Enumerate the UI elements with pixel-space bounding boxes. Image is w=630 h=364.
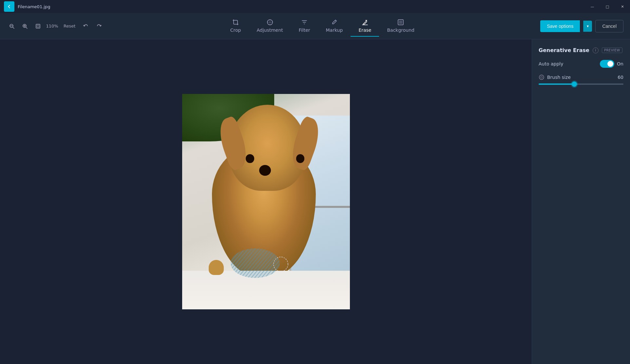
window-controls: — □ ✕	[585, 0, 630, 13]
image-container	[182, 94, 350, 309]
tool-markup-label: Markup	[326, 27, 343, 33]
brush-size-row: Brush size 60	[539, 74, 623, 85]
tool-adjustment[interactable]: Adjustment	[249, 16, 291, 37]
toggle-state-label: On	[617, 61, 623, 66]
toggle-knob	[607, 61, 613, 67]
zoom-in-button[interactable]	[20, 21, 30, 31]
brush-size-slider[interactable]	[539, 83, 623, 85]
zoom-level-display: 110%	[46, 24, 58, 28]
erase-overlay	[229, 242, 295, 281]
svg-line-4	[26, 27, 27, 28]
zoom-out-button[interactable]	[7, 21, 17, 31]
auto-apply-label: Auto apply	[539, 61, 563, 66]
toolbar-right: Save options ▾ Cancel	[540, 20, 623, 32]
brush-size-label: Brush size	[547, 75, 571, 80]
tool-background-label: Background	[387, 27, 414, 33]
canvas-area[interactable]	[0, 39, 532, 364]
tool-filter-label: Filter	[299, 27, 310, 33]
preview-badge: PREVIEW	[602, 47, 622, 53]
info-icon[interactable]: i	[593, 47, 599, 53]
svg-rect-8	[37, 25, 39, 27]
save-options-dropdown-button[interactable]: ▾	[583, 21, 592, 32]
tool-crop[interactable]: Crop	[222, 16, 249, 37]
brush-icon	[539, 74, 544, 80]
toolbar-center: Crop Adjustment Filter Markup	[104, 16, 540, 37]
toolbar: 110% Reset Crop	[0, 13, 630, 39]
brush-size-left: Brush size	[539, 74, 571, 80]
undo-button[interactable]	[81, 21, 91, 31]
svg-point-18	[539, 75, 544, 80]
maximize-button[interactable]: □	[600, 0, 615, 13]
brush-size-header: Brush size 60	[539, 74, 623, 80]
main-content: Generative Erase i PREVIEW Auto apply On	[0, 39, 630, 364]
tool-crop-label: Crop	[230, 27, 241, 33]
svg-rect-7	[36, 24, 40, 28]
filename-label: Filename01.jpg	[18, 4, 50, 9]
svg-rect-12	[399, 21, 402, 24]
tool-erase-label: Erase	[358, 27, 371, 33]
tool-markup[interactable]: Markup	[318, 16, 351, 37]
redo-button[interactable]	[94, 21, 104, 31]
minimize-button[interactable]: —	[585, 0, 600, 13]
cancel-button[interactable]: Cancel	[595, 20, 623, 32]
tool-adjustment-label: Adjustment	[257, 27, 283, 33]
save-options-button[interactable]: Save options	[540, 20, 580, 32]
svg-line-1	[13, 27, 14, 28]
toggle-group: On	[600, 60, 623, 68]
panel-title: Generative Erase	[539, 47, 589, 53]
toolbar-left: 110% Reset	[7, 21, 104, 31]
tool-filter[interactable]: Filter	[291, 16, 318, 37]
reset-button[interactable]: Reset	[61, 22, 78, 30]
back-icon	[7, 4, 11, 9]
tool-erase[interactable]: Erase	[351, 16, 379, 37]
close-button[interactable]: ✕	[615, 0, 630, 13]
titlebar: Filename01.jpg — □ ✕	[0, 0, 630, 13]
auto-apply-row: Auto apply On	[539, 60, 623, 68]
fit-view-button[interactable]	[33, 21, 43, 31]
back-button[interactable]	[4, 1, 14, 12]
svg-point-19	[541, 76, 543, 78]
tool-background[interactable]: Background	[379, 16, 422, 37]
brush-size-value: 60	[618, 75, 623, 80]
right-panel: Generative Erase i PREVIEW Auto apply On	[532, 39, 630, 364]
auto-apply-toggle[interactable]	[600, 60, 614, 68]
panel-header: Generative Erase i PREVIEW	[539, 47, 623, 53]
erase-painted-area	[229, 239, 295, 281]
svg-point-16	[231, 248, 280, 278]
brush-slider-thumb	[572, 82, 577, 87]
